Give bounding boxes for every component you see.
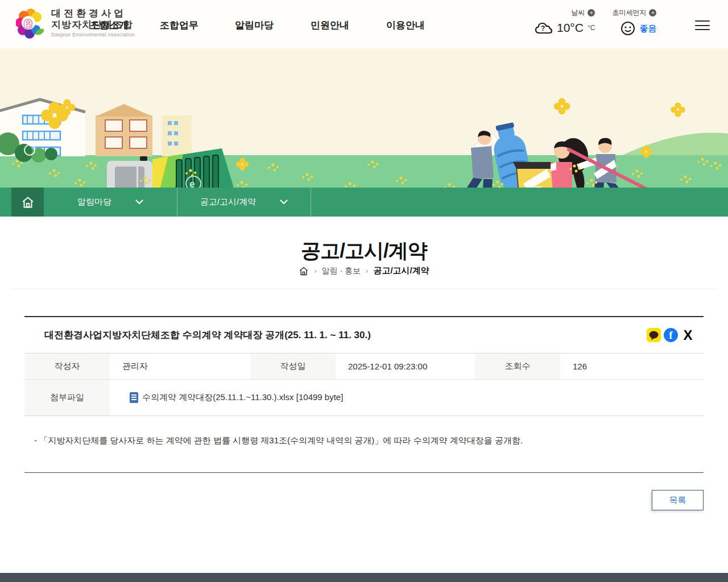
attachment-row: 첨부파일 수의계약 계약대장(25.11.1.~11.30.).xlsx [10… <box>24 380 704 416</box>
nav-item-civil[interactable]: 민원안내 <box>304 19 355 32</box>
svg-text:e: e <box>23 13 33 32</box>
list-button[interactable]: 목록 <box>652 490 704 510</box>
breadcrumb-home-icon[interactable] <box>299 266 309 276</box>
post-meta-row: 작성자 관리자 작성일 2025-12-01 09:23:00 조회수 126 <box>24 353 704 380</box>
cloud-icon: ? <box>535 21 553 35</box>
weather-column: 날씨 + ? 10°C °C <box>535 8 595 36</box>
menu-hamburger-icon[interactable] <box>695 20 710 30</box>
dust-status: 좋음 <box>639 23 656 34</box>
post-body: - 「지방자치단체를 당사자로 하는 계약에 관한 법률 시행령 제31조(수의… <box>24 416 704 473</box>
date-value: 2025-12-01 09:23:00 <box>336 354 475 379</box>
breadcrumb-separator: › <box>314 267 316 275</box>
attachment-filename: 수의계약 계약대장(25.11.1.~11.30.).xlsx [10499 b… <box>142 392 343 403</box>
nav-item-intro[interactable]: 조합소개 <box>84 19 135 32</box>
x-share-icon[interactable]: X <box>681 328 695 342</box>
svg-text:e: e <box>189 178 195 188</box>
views-value: 126 <box>560 354 704 379</box>
quick-nav-bar: 알림마당 공고/고시/계약 <box>0 188 728 217</box>
nav-item-guide[interactable]: 이용안내 <box>380 19 431 32</box>
hero-banner: e <box>0 48 728 188</box>
post-title: 대전환경사업지방자치단체조합 수의계약 계약대장 공개(25. 11. 1. ~… <box>44 329 371 342</box>
quick-nav-home-button[interactable] <box>11 188 44 217</box>
date-label: 작성일 <box>250 354 336 379</box>
nav-item-notice[interactable]: 알림마당 <box>229 19 280 32</box>
attachment-label: 첨부파일 <box>24 380 110 415</box>
smiley-icon <box>621 21 635 36</box>
weather-label: 날씨 <box>571 8 585 18</box>
site-header: e 대전환경사업 지방자치단체조합 Daejeon Environmental … <box>0 0 728 48</box>
document-icon <box>130 392 138 403</box>
breadcrumb-step1[interactable]: 알림 · 홍보 <box>322 266 361 276</box>
logo-mark-icon: e <box>16 7 46 39</box>
breadcrumb-current: 공고/고시/계약 <box>373 265 429 276</box>
breadcrumb: › 알림 · 홍보 › 공고/고시/계약 <box>0 265 728 276</box>
facebook-share-icon[interactable]: f <box>664 328 678 342</box>
dust-label: 초미세먼지 <box>612 8 646 18</box>
breadcrumb-separator: › <box>366 267 368 275</box>
attachment-link[interactable]: 수의계약 계약대장(25.11.1.~11.30.).xlsx [10499 b… <box>110 380 704 415</box>
quick-nav-menu2-label: 공고/고시/계약 <box>200 197 256 207</box>
post-article: 대전환경사업지방자치단체조합 수의계약 계약대장 공개(25. 11. 1. ~… <box>24 316 704 510</box>
nav-item-business[interactable]: 조합업무 <box>154 19 205 32</box>
weather-widget: 날씨 + ? 10°C °C 초미세먼지 + <box>535 8 656 36</box>
author-label: 작성자 <box>24 354 110 379</box>
footer-bar <box>0 573 728 582</box>
views-label: 조회수 <box>475 354 560 379</box>
quick-nav-menu1-label: 알림마당 <box>77 197 111 207</box>
temperature-unit: °C <box>588 24 595 32</box>
temperature-value: 10°C <box>557 21 584 35</box>
dust-column: 초미세먼지 + 좋음 <box>612 8 656 36</box>
author-value: 관리자 <box>110 354 250 379</box>
hero-illustration: e <box>0 48 728 188</box>
weather-add-icon[interactable]: + <box>588 9 595 16</box>
chevron-down-icon <box>135 199 143 205</box>
kakao-share-icon[interactable] <box>647 328 661 342</box>
logo-subtitle: Daejeon Environmental Association <box>51 32 135 38</box>
chevron-down-icon <box>280 199 288 205</box>
section-divider <box>11 289 717 289</box>
page-title: 공고/고시/계약 <box>0 238 728 264</box>
quick-nav-menu2[interactable]: 공고/고시/계약 <box>177 188 311 217</box>
svg-text:?: ? <box>541 24 545 32</box>
quick-nav-menu1[interactable]: 알림마당 <box>44 188 177 217</box>
dust-add-icon[interactable]: + <box>649 9 656 16</box>
share-buttons: f X <box>647 328 695 342</box>
home-icon <box>21 196 35 209</box>
logo-title-line1: 대전환경사업 <box>51 8 135 19</box>
